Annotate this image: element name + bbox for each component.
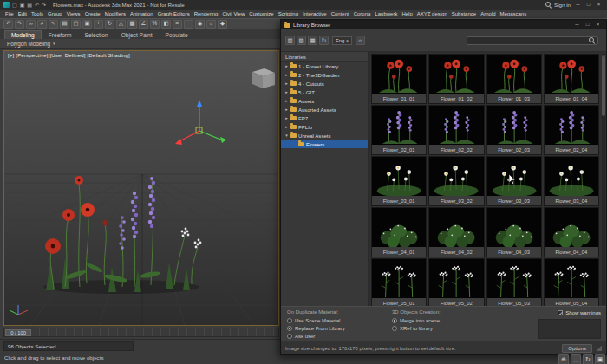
asset-thumbnail[interactable]: Flower_01_01	[371, 54, 427, 104]
tree-item[interactable]: ▸ FP7	[281, 114, 368, 122]
ribbon-tab[interactable]: Modeling	[4, 30, 42, 39]
tree-expand-icon[interactable]: ▸	[284, 72, 289, 77]
menu-item[interactable]: File	[5, 11, 14, 16]
asset-thumbnail[interactable]: Flower_05_04	[544, 258, 599, 306]
tree-expand-icon[interactable]: ▸	[284, 115, 289, 120]
save-file-icon[interactable]: ▤	[27, 2, 32, 9]
asset-thumbnail[interactable]: Flower_05_03	[486, 258, 542, 306]
tree-item[interactable]: ▾ Unreal Assets	[281, 131, 368, 140]
time-slider[interactable]: 0 / 100	[3, 328, 279, 337]
menu-item[interactable]: Laubwerk	[375, 11, 397, 16]
orbit-view-icon[interactable]: ↻	[583, 354, 593, 364]
sign-in-link[interactable]: Sign in	[554, 2, 571, 8]
asset-thumbnail[interactable]: Flower_04_04	[544, 207, 599, 257]
asset-thumbnail[interactable]: Flower_04_01	[371, 207, 427, 257]
material-editor-icon[interactable]: ◉	[195, 20, 205, 29]
maximize-viewport-icon[interactable]: ▣	[595, 354, 605, 364]
library-search-input[interactable]	[470, 38, 587, 43]
redo-icon[interactable]: ↷	[15, 20, 24, 29]
menu-item[interactable]: Help	[401, 11, 412, 16]
language-select[interactable]: Eng ▾	[332, 36, 352, 45]
menu-item[interactable]: Corona	[354, 11, 371, 16]
tree-expand-icon[interactable]: ▸	[284, 98, 289, 103]
radio-option[interactable]: Merge into scene	[392, 316, 441, 324]
asset-thumbnail[interactable]: Flower_01_03	[486, 54, 542, 104]
menu-item[interactable]: Tools	[31, 11, 43, 16]
tree-expand-icon[interactable]: ▸	[284, 81, 289, 86]
mirror-icon[interactable]: ◧	[161, 20, 171, 29]
ribbon-tab[interactable]: Populate	[160, 31, 194, 39]
asset-thumbnail[interactable]: Flower_01_04	[544, 54, 599, 104]
close-button[interactable]: ×	[593, 21, 603, 29]
asset-thumbnail[interactable]: Flower_02_02	[428, 105, 484, 155]
radio-option[interactable]: XRef to library	[392, 324, 441, 332]
asset-thumbnail[interactable]: Flower_03_01	[371, 156, 427, 206]
new-scene-icon[interactable]: ▢	[12, 2, 17, 9]
asset-thumbnail[interactable]: Flower_05_01	[371, 258, 427, 306]
snaps-toggle-icon[interactable]: ▩	[127, 20, 137, 29]
asset-thumbnail[interactable]: Flower_01_02	[428, 54, 484, 104]
chevron-down-icon[interactable]: ▾	[53, 41, 55, 46]
add-files-icon[interactable]: ▦	[308, 36, 317, 45]
new-library-icon[interactable]: ▥	[285, 36, 295, 45]
window-crossing-icon[interactable]: ▣	[82, 20, 92, 29]
menu-item[interactable]: Views	[67, 11, 81, 16]
tree-item[interactable]: ▸ FPLib	[281, 122, 368, 131]
library-search[interactable]	[467, 36, 598, 45]
tree-expand-icon[interactable]: ▸	[284, 63, 289, 68]
maximize-button[interactable]: □	[583, 21, 592, 29]
asset-thumbnail[interactable]: Flower_03_02	[428, 156, 484, 206]
menu-item[interactable]: AXYZ design	[417, 11, 447, 16]
tree-expand-icon[interactable]: ▸	[284, 89, 289, 94]
tree-expand-icon[interactable]: ▸	[284, 124, 289, 129]
menu-item[interactable]: Substance	[452, 11, 476, 16]
menu-item[interactable]: Arnold	[480, 11, 495, 16]
radio-option[interactable]: Ask user	[287, 332, 345, 340]
menu-item[interactable]: Modifiers	[105, 11, 126, 16]
asset-thumbnail[interactable]: Flower_02_04	[544, 105, 599, 155]
select-object-icon[interactable]: ↖	[49, 20, 58, 29]
align-icon[interactable]: ≡	[173, 20, 182, 29]
rectangular-selection-icon[interactable]: ▢	[71, 20, 81, 29]
open-library-icon[interactable]: ▧	[297, 36, 306, 45]
undo-icon[interactable]: ↶	[35, 2, 39, 9]
close-button[interactable]: ×	[594, 1, 604, 9]
asset-thumbnail[interactable]: Flower_04_03	[486, 207, 542, 257]
menu-item[interactable]: Scripting	[278, 11, 298, 16]
menu-item[interactable]: Megascans	[499, 11, 526, 16]
maximize-button[interactable]: □	[584, 1, 593, 9]
tree-expand-icon[interactable]: ▸	[284, 107, 289, 112]
angle-snap-icon[interactable]: ∠	[139, 20, 148, 29]
resize-grip[interactable]	[596, 345, 602, 351]
menu-item[interactable]: Graph Editors	[158, 11, 190, 16]
percent-snap-icon[interactable]: %	[150, 20, 160, 29]
zoom-extents-icon[interactable]: ⊕	[558, 354, 569, 364]
select-and-link-icon[interactable]: ∞	[26, 20, 36, 29]
menu-item[interactable]: Civil View	[222, 11, 245, 16]
select-and-scale-icon[interactable]: △	[116, 20, 126, 29]
undo-icon[interactable]: ↶	[3, 20, 13, 29]
minimize-button[interactable]: ─	[572, 21, 582, 29]
select-and-rotate-icon[interactable]: ↻	[105, 20, 114, 29]
render-production-icon[interactable]: ◆	[218, 20, 227, 29]
ribbon-tab[interactable]: Object Paint	[115, 31, 159, 39]
asset-thumbnail[interactable]: Flower_03_03	[486, 156, 542, 206]
tree-expand-icon[interactable]: ▾	[284, 133, 289, 138]
pan-view-icon[interactable]: ↔	[571, 354, 581, 364]
menu-item[interactable]: Edit	[18, 11, 27, 16]
tree-item[interactable]: ▸ 4 - Cutouts	[281, 79, 368, 88]
tree-item[interactable]: ▸ Assets	[281, 96, 368, 105]
menu-item[interactable]: Group	[48, 11, 62, 16]
tree-item[interactable]: ▸ 2 - The3DGarden	[281, 70, 368, 79]
time-slider-knob[interactable]: 0 / 100	[5, 329, 31, 336]
redo-icon[interactable]: ↷	[42, 2, 46, 9]
show-warnings-checkbox[interactable]: Show warnings	[558, 310, 601, 315]
unlink-selection-icon[interactable]: ≠	[37, 20, 47, 29]
grid-scrollbar[interactable]	[602, 54, 605, 305]
curve-editor-icon[interactable]: ~	[184, 20, 193, 29]
radio-option[interactable]: Use Scene Material	[287, 316, 345, 324]
open-file-icon[interactable]: ▣	[20, 2, 25, 9]
tree-item[interactable]: ▸ Assorted Assets	[281, 105, 368, 114]
menu-item[interactable]: Customize	[249, 11, 273, 16]
asset-thumbnail[interactable]: Flower_05_02	[428, 258, 484, 306]
